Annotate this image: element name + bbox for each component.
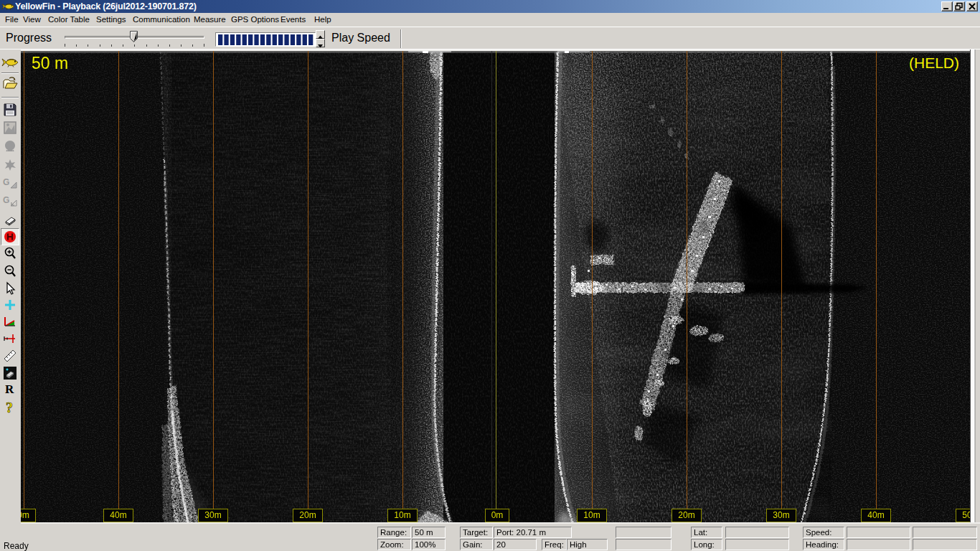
svg-text:?: ? <box>6 400 13 415</box>
svg-text:G: G <box>3 195 9 205</box>
svg-text:G: G <box>3 177 9 187</box>
